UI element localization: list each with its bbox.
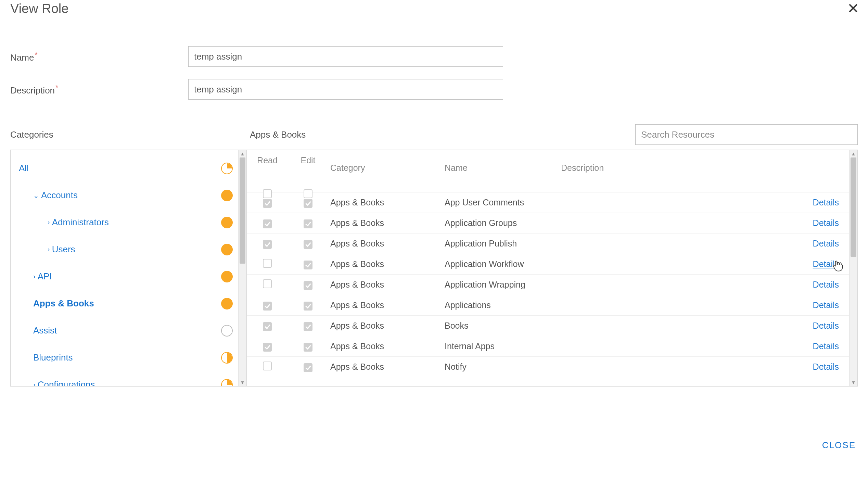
edit-checkbox[interactable] — [304, 281, 312, 290]
category-item[interactable]: ⌄Accounts — [19, 182, 233, 209]
edit-checkbox[interactable] — [304, 363, 312, 372]
cell-category: Apps & Books — [328, 300, 445, 310]
cell-name: Application Groups — [445, 218, 561, 228]
category-item[interactable]: ›Administrators — [19, 209, 233, 236]
table-row: Apps & BooksInternal AppsDetails — [247, 336, 849, 357]
table-row: Apps & BooksApplication GroupsDetails — [247, 213, 849, 233]
edit-checkbox[interactable] — [304, 322, 312, 331]
category-item-label: ⌄Accounts — [33, 190, 78, 201]
details-link[interactable]: Details — [813, 341, 839, 351]
cell-category: Apps & Books — [328, 321, 445, 331]
details-link[interactable]: Details — [813, 362, 839, 371]
status-circle-icon — [221, 325, 233, 337]
category-label-text: Blueprints — [33, 352, 73, 363]
category-label-text: Users — [52, 244, 75, 255]
edit-checkbox[interactable] — [304, 343, 312, 352]
th-edit: Edit — [301, 155, 315, 165]
details-scrollbar[interactable]: ▲ ▼ — [849, 150, 857, 386]
table-row: Apps & BooksApplicationsDetails — [247, 295, 849, 316]
edit-checkbox[interactable] — [304, 219, 312, 228]
chevron-right-icon: › — [33, 273, 36, 280]
cell-name: Notify — [445, 362, 561, 372]
status-circle-icon — [221, 379, 233, 387]
th-read: Read — [257, 155, 278, 165]
categories-scrollbar[interactable]: ▲ ▼ — [238, 150, 246, 386]
category-label-text: Administrators — [52, 217, 109, 228]
close-button[interactable]: CLOSE — [822, 440, 856, 450]
th-name: Name — [445, 155, 561, 173]
name-input[interactable] — [188, 46, 503, 67]
cell-category: Apps & Books — [328, 280, 445, 290]
category-item-label: ›Users — [48, 244, 75, 255]
chevron-right-icon: › — [48, 245, 50, 253]
details-link[interactable]: Details — [813, 198, 839, 207]
edit-checkbox[interactable] — [304, 240, 312, 249]
status-circle-icon — [221, 163, 233, 174]
category-item-label: Assist — [33, 325, 57, 336]
status-circle-icon — [221, 244, 233, 255]
scroll-up-icon[interactable]: ▲ — [239, 150, 246, 157]
cell-category: Apps & Books — [328, 239, 445, 249]
scroll-up-icon[interactable]: ▲ — [850, 150, 857, 157]
read-checkbox[interactable] — [263, 279, 272, 288]
category-item[interactable]: Assist — [19, 317, 233, 344]
th-description: Description — [561, 155, 794, 173]
table-row: Apps & BooksBooksDetails — [247, 316, 849, 336]
read-checkbox[interactable] — [263, 302, 272, 311]
category-item[interactable]: ›Users — [19, 236, 233, 263]
category-item[interactable]: ›Configurations — [19, 371, 233, 386]
close-icon[interactable]: ✕ — [845, 1, 861, 16]
category-item[interactable]: All — [19, 155, 233, 182]
details-link[interactable]: Details — [813, 280, 839, 289]
table-row: Apps & BooksApplication PublishDetails — [247, 233, 849, 254]
categories-header: Categories — [10, 129, 250, 140]
cell-name: Applications — [445, 300, 561, 310]
read-checkbox[interactable] — [263, 362, 272, 370]
table-row: Apps & BooksApplication WrappingDetails — [247, 275, 849, 295]
details-panel: Read Edit Category Name Description Apps… — [247, 150, 857, 386]
category-item[interactable]: Blueprints — [19, 344, 233, 371]
chevron-right-icon: › — [48, 218, 50, 226]
read-checkbox[interactable] — [263, 322, 272, 331]
name-label: Name* — [10, 50, 188, 63]
read-checkbox[interactable] — [263, 259, 272, 268]
details-link[interactable]: Details — [813, 300, 839, 310]
details-link[interactable]: Details — [813, 259, 839, 269]
description-input[interactable] — [188, 79, 503, 100]
categories-panel: All⌄Accounts›Administrators›Users›APIApp… — [11, 150, 247, 386]
category-label-text: Apps & Books — [33, 298, 94, 309]
scroll-thumb[interactable] — [851, 157, 856, 257]
scroll-thumb[interactable] — [240, 157, 245, 264]
category-item-label: All — [19, 163, 29, 174]
description-label-text: Description — [10, 85, 55, 95]
scroll-down-icon[interactable]: ▼ — [850, 379, 857, 386]
edit-checkbox[interactable] — [304, 199, 312, 208]
cell-name: Internal Apps — [445, 341, 561, 351]
table-row: Apps & BooksApplication WorkflowDetails — [247, 254, 849, 275]
details-link[interactable]: Details — [813, 321, 839, 330]
status-circle-icon — [221, 298, 233, 309]
details-link[interactable]: Details — [813, 218, 839, 228]
details-link[interactable]: Details — [813, 239, 839, 248]
required-star-icon: * — [55, 83, 59, 92]
chevron-right-icon: › — [33, 381, 36, 386]
category-label-text: Configurations — [38, 379, 95, 386]
category-item[interactable]: ›API — [19, 263, 233, 290]
edit-checkbox[interactable] — [304, 302, 312, 311]
category-item-label: Blueprints — [33, 352, 73, 363]
category-item[interactable]: Apps & Books — [19, 290, 233, 317]
read-checkbox[interactable] — [263, 199, 272, 208]
cell-category: Apps & Books — [328, 341, 445, 351]
read-checkbox[interactable] — [263, 240, 272, 249]
cell-category: Apps & Books — [328, 198, 445, 207]
search-input[interactable] — [635, 124, 858, 145]
cell-name: Application Workflow — [445, 259, 561, 269]
cell-name: App User Comments — [445, 198, 561, 207]
read-checkbox[interactable] — [263, 343, 272, 352]
status-circle-icon — [221, 271, 233, 282]
edit-checkbox[interactable] — [304, 261, 312, 269]
status-circle-icon — [221, 352, 233, 364]
category-label-text: All — [19, 163, 29, 174]
read-checkbox[interactable] — [263, 219, 272, 228]
scroll-down-icon[interactable]: ▼ — [239, 379, 246, 386]
